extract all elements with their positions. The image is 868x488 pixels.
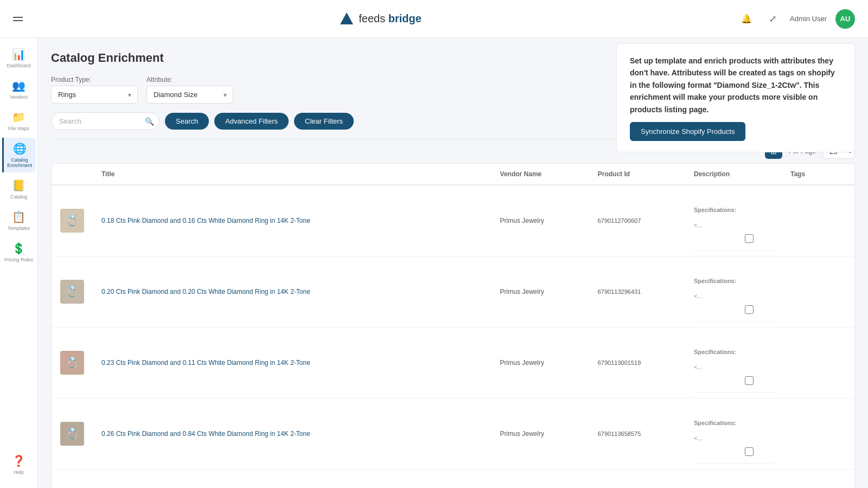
notification-button[interactable]: 🔔 bbox=[738, 10, 755, 28]
svg-marker-0 bbox=[340, 12, 353, 24]
product-type-select[interactable]: Rings Necklaces Earrings Bracelets bbox=[51, 86, 138, 104]
tags-cell bbox=[694, 371, 725, 393]
description-cell: Specifications: <... bbox=[685, 256, 782, 328]
col-title: Title bbox=[93, 164, 492, 185]
help-icon: ❓ bbox=[12, 454, 25, 467]
description-text: Specifications: <... bbox=[694, 349, 773, 393]
product-image-cell: 💍 bbox=[52, 470, 93, 489]
vendors-icon: 👥 bbox=[12, 79, 25, 92]
product-title: 0.18 Cts Pink Diamond and 0.16 Cts White… bbox=[101, 217, 310, 224]
checkbox-cell[interactable] bbox=[725, 442, 773, 464]
product-image: 💍 bbox=[60, 280, 84, 304]
pricing-rules-icon: 💲 bbox=[12, 242, 25, 255]
hamburger-icon[interactable] bbox=[13, 17, 23, 21]
header-right: 🔔 ⤢ Admin User AU bbox=[738, 9, 855, 29]
product-id-cell: 6790113361967 bbox=[589, 470, 685, 489]
attribute-select[interactable]: Diamond Size Metal Type Stone Color bbox=[146, 86, 233, 104]
info-banner: Set up template and enrich products with… bbox=[616, 43, 855, 152]
avatar: AU bbox=[835, 9, 855, 29]
sidebar-item-catalog[interactable]: 📒 Catalog bbox=[2, 175, 36, 204]
sidebar-item-label: Pricing Rules bbox=[4, 257, 33, 262]
vendor-name-cell: Primus Jewelry bbox=[492, 470, 589, 489]
header-logo: feeds bridge bbox=[339, 11, 422, 27]
sidebar-item-label: File Maps bbox=[8, 126, 29, 131]
description-cell: Specifications: <... bbox=[685, 399, 782, 470]
row-checkbox[interactable] bbox=[745, 234, 754, 243]
search-icon-button[interactable]: 🔍 bbox=[145, 117, 154, 126]
templates-icon: 📋 bbox=[12, 210, 25, 223]
product-type-select-wrapper: Rings Necklaces Earrings Bracelets bbox=[51, 86, 138, 104]
checkbox-cell[interactable] bbox=[725, 300, 773, 322]
product-type-label: Product Type: bbox=[51, 76, 138, 84]
advanced-filters-button[interactable]: Advanced Filters bbox=[214, 113, 289, 130]
products-table: Title Vendor Name Product Id Description… bbox=[51, 163, 855, 488]
product-type-filter: Product Type: Rings Necklaces Earrings B… bbox=[51, 76, 138, 104]
search-button[interactable]: Search bbox=[165, 113, 209, 130]
search-input[interactable] bbox=[51, 112, 159, 130]
expand-button[interactable]: ⤢ bbox=[764, 10, 781, 28]
col-description: Description bbox=[685, 164, 782, 185]
vendor-name-cell: Primus Jewelry bbox=[492, 185, 589, 256]
table-row: 💍 0.26 Cts Pink Diamond and 0.84 Cts Whi… bbox=[52, 399, 854, 470]
product-id-cell: 6790112700607 bbox=[589, 185, 685, 256]
table-row: 💍 0.23 Cts Pink Diamond and 0.11 Cts Whi… bbox=[52, 328, 854, 399]
attribute-select-wrapper: Diamond Size Metal Type Stone Color bbox=[146, 86, 233, 104]
col-vendor: Vendor Name bbox=[492, 164, 589, 185]
sidebar-item-dashboard[interactable]: 📊 Dashboard bbox=[2, 43, 36, 73]
sidebar-item-catalog-enrichment[interactable]: 🌐 Catalog Enrichment bbox=[2, 138, 36, 172]
table-row: 💍 0.30 Cts Pink Diamond and 0.24 Cts Whi… bbox=[52, 470, 854, 489]
col-tags: Tags bbox=[782, 164, 833, 185]
vendor-name: Primus Jewelry bbox=[500, 217, 544, 224]
sidebar-item-label: Vendors bbox=[10, 94, 28, 100]
product-image-cell: 💍 bbox=[52, 399, 93, 470]
sidebar-item-help[interactable]: ❓ Help bbox=[2, 450, 36, 479]
description-text: Specifications: <... bbox=[694, 278, 773, 322]
checkbox-cell[interactable] bbox=[725, 371, 773, 393]
table-body: 💍 0.18 Cts Pink Diamond and 0.16 Cts Whi… bbox=[52, 185, 854, 488]
product-id-cell: 6790113296431 bbox=[589, 256, 685, 328]
main-content: Set up template and enrich products with… bbox=[38, 38, 868, 488]
logo-text: feeds bridge bbox=[359, 12, 422, 25]
table-row: 💍 0.20 Cts Pink Diamond and 0.20 Cts Whi… bbox=[52, 256, 854, 328]
product-title: 0.26 Cts Pink Diamond and 0.84 Cts White… bbox=[101, 430, 310, 438]
header-left bbox=[13, 17, 23, 21]
catalog-enrichment-icon: 🌐 bbox=[13, 142, 27, 155]
table: Title Vendor Name Product Id Description… bbox=[52, 164, 854, 488]
clear-filters-button[interactable]: Clear Filters bbox=[294, 113, 354, 130]
sidebar-item-label: Catalog Enrichment bbox=[6, 157, 34, 168]
row-checkbox[interactable] bbox=[745, 305, 754, 314]
product-id-cell: 6790113658575 bbox=[589, 399, 685, 470]
product-image: 💍 bbox=[60, 209, 84, 233]
sync-shopify-button[interactable]: Synchronize Shopify Products bbox=[630, 122, 745, 141]
row-checkbox[interactable] bbox=[745, 376, 754, 385]
table-row: 💍 0.18 Cts Pink Diamond and 0.16 Cts Whi… bbox=[52, 185, 854, 256]
description-cell: Specifications: <... bbox=[685, 470, 782, 489]
checkbox-cell[interactable] bbox=[725, 229, 773, 251]
vendor-name-cell: Primus Jewelry bbox=[492, 328, 589, 399]
product-image-cell: 💍 bbox=[52, 185, 93, 256]
product-id-cell: 6790113001519 bbox=[589, 328, 685, 399]
product-image-cell: 💍 bbox=[52, 328, 93, 399]
product-image-cell: 💍 bbox=[52, 256, 93, 328]
col-checkbox bbox=[833, 164, 854, 185]
sidebar-item-templates[interactable]: 📋 Templates bbox=[2, 206, 36, 235]
sidebar-item-vendors[interactable]: 👥 Vendors bbox=[2, 75, 36, 104]
top-header: feeds bridge 🔔 ⤢ Admin User AU bbox=[0, 0, 868, 38]
description-text: Specifications: <... bbox=[694, 420, 773, 464]
info-banner-text: Set up template and enrich products with… bbox=[630, 55, 841, 115]
product-title-cell: 0.18 Cts Pink Diamond and 0.16 Cts White… bbox=[93, 185, 492, 256]
sidebar-item-pricing-rules[interactable]: 💲 Pricing Rules bbox=[2, 237, 36, 267]
product-title: 0.23 Cts Pink Diamond and 0.11 Cts White… bbox=[101, 359, 310, 367]
col-img bbox=[52, 164, 93, 185]
sidebar-item-label: Help bbox=[14, 470, 24, 475]
attribute-filter: Attribute: Diamond Size Metal Type Stone… bbox=[146, 76, 233, 104]
product-image: 💍 bbox=[60, 422, 84, 446]
sidebar-item-file-maps[interactable]: 📁 File Maps bbox=[2, 106, 36, 136]
tags-cell bbox=[694, 229, 725, 251]
row-checkbox[interactable] bbox=[745, 447, 754, 456]
file-maps-icon: 📁 bbox=[12, 111, 25, 124]
product-id: 6790113296431 bbox=[598, 288, 641, 295]
product-title-cell: 0.26 Cts Pink Diamond and 0.84 Cts White… bbox=[93, 399, 492, 470]
vendor-name: Primus Jewelry bbox=[500, 288, 544, 296]
vendor-name: Primus Jewelry bbox=[500, 359, 544, 367]
